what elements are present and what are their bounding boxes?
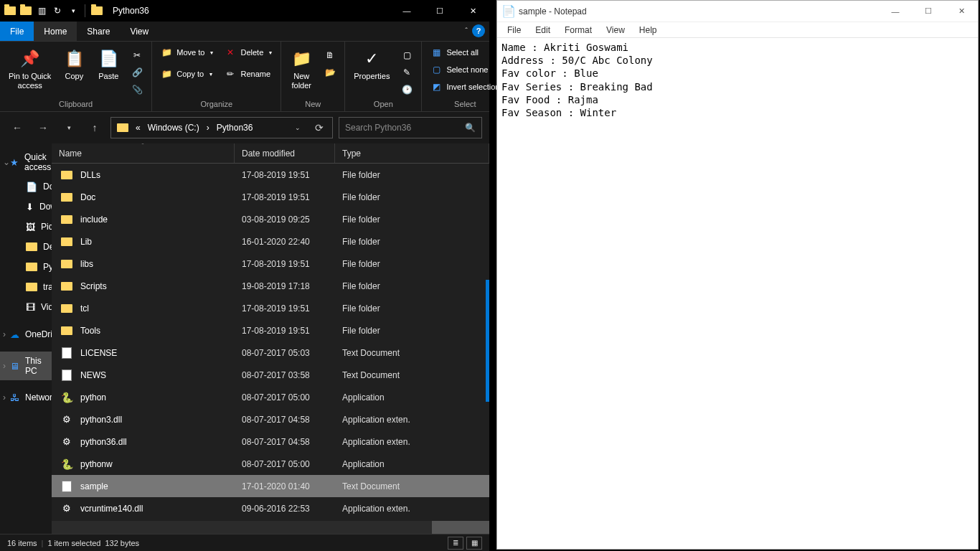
column-date[interactable]: Date modified bbox=[235, 143, 335, 163]
nav-item-python36[interactable]: Python36 bbox=[0, 257, 52, 277]
notepad-minimize-button[interactable]: — bbox=[879, 1, 912, 22]
search-input[interactable]: Search Python36 🔍 bbox=[339, 117, 482, 138]
file-row[interactable]: sample17-01-2020 01:40Text Document bbox=[52, 475, 489, 497]
copy-button[interactable]: 📋 Copy bbox=[58, 44, 90, 84]
edit-button[interactable]: ✎ bbox=[397, 65, 417, 80]
copy-path-button[interactable]: 🔗 bbox=[127, 65, 147, 80]
file-row[interactable]: Lib16-01-2020 22:40File folder bbox=[52, 230, 489, 253]
qat-properties-icon[interactable]: ▥ bbox=[34, 4, 49, 18]
qat-dropdown-icon[interactable]: ▾ bbox=[66, 4, 80, 18]
address-folder[interactable]: Python36 bbox=[214, 123, 256, 133]
rename-button[interactable]: ✏Rename bbox=[220, 66, 276, 82]
file-type: Text Document bbox=[335, 348, 489, 358]
help-icon[interactable]: ? bbox=[472, 24, 485, 37]
file-date: 08-07-2017 03:58 bbox=[235, 370, 335, 380]
file-row[interactable]: 🐍pythonw08-07-2017 05:00Application bbox=[52, 453, 489, 475]
copy-to-button[interactable]: 📁Copy to▾ bbox=[156, 66, 217, 82]
nav-item-downloads[interactable]: ⬇Downloads📌 bbox=[0, 197, 52, 217]
column-type[interactable]: Type bbox=[335, 143, 489, 163]
up-button[interactable]: ↑ bbox=[85, 118, 105, 138]
qat-undo-icon[interactable]: ↻ bbox=[50, 4, 65, 18]
file-row[interactable]: DLLs17-08-2019 19:51File folder bbox=[52, 164, 489, 186]
new-folder-button[interactable]: 📁 New folder bbox=[286, 44, 317, 93]
select-all-button[interactable]: ▦Select all bbox=[426, 44, 504, 60]
tab-home[interactable]: Home bbox=[34, 22, 77, 41]
file-row[interactable]: Tools17-08-2019 19:51File folder bbox=[52, 319, 489, 342]
cut-button[interactable]: ✂ bbox=[127, 47, 147, 63]
details-view-button[interactable]: ≣ bbox=[448, 537, 463, 550]
paste-button[interactable]: 📄 Paste bbox=[93, 44, 124, 84]
qat-folder-icon-2[interactable] bbox=[19, 4, 33, 18]
file-list[interactable]: DLLs17-08-2019 19:51File folderDoc17-08-… bbox=[52, 164, 489, 521]
notepad-menu-view[interactable]: View bbox=[599, 25, 632, 35]
notepad-close-button[interactable]: ✕ bbox=[945, 1, 978, 22]
file-row[interactable]: ⚙vcruntime140.dll09-06-2016 22:53Applica… bbox=[52, 497, 489, 519]
column-name[interactable]: ˆName bbox=[52, 143, 235, 163]
nav-onedrive[interactable]: ☁ OneDrive bbox=[0, 324, 52, 344]
file-row[interactable]: libs17-08-2019 19:51File folder bbox=[52, 253, 489, 275]
file-row[interactable]: ⚙python3.dll08-07-2017 04:58Application … bbox=[52, 408, 489, 430]
notepad-text-area[interactable]: Name : Akriti Goswami Address : 50/C Abc… bbox=[497, 38, 978, 549]
nav-item-icon: 🖼 bbox=[26, 221, 35, 232]
address-drive[interactable]: Windows (C:)› bbox=[145, 123, 212, 133]
file-name: DLLs bbox=[80, 170, 100, 180]
file-row[interactable]: tcl17-08-2019 19:51File folder bbox=[52, 297, 489, 319]
paste-shortcut-button[interactable]: 📎 bbox=[127, 82, 147, 98]
notepad-app-icon: 📄 bbox=[503, 6, 514, 17]
notepad-menu-edit[interactable]: Edit bbox=[528, 25, 557, 35]
nav-item-training[interactable]: training bbox=[0, 277, 52, 297]
file-row[interactable]: NEWS08-07-2017 03:58Text Document bbox=[52, 364, 489, 386]
address-dropdown-button[interactable]: ⌄ bbox=[288, 118, 308, 138]
refresh-button[interactable]: ⟳ bbox=[309, 118, 329, 138]
notepad-menu-file[interactable]: File bbox=[500, 25, 528, 35]
nav-item-documents[interactable]: 📄Documents📌 bbox=[0, 176, 52, 197]
tab-share[interactable]: Share bbox=[77, 22, 120, 41]
nav-quick-access[interactable]: ★ Quick access bbox=[0, 148, 52, 176]
back-button[interactable]: ← bbox=[7, 118, 27, 138]
file-row[interactable]: Scripts19-08-2019 17:18File folder bbox=[52, 275, 489, 297]
nav-item-icon: 🎞 bbox=[26, 301, 35, 313]
pc-icon: 🖥 bbox=[10, 360, 19, 372]
file-row[interactable]: ⚙python36.dll08-07-2017 04:58Application… bbox=[52, 430, 489, 453]
horizontal-scrollbar[interactable] bbox=[52, 521, 489, 534]
pin-quick-access-button[interactable]: 📌 Pin to Quick access bbox=[4, 44, 55, 93]
notepad-menu-format[interactable]: Format bbox=[557, 25, 599, 35]
thumbnails-view-button[interactable]: ▦ bbox=[466, 537, 482, 550]
tab-view[interactable]: View bbox=[120, 22, 159, 41]
nav-item-desktop[interactable]: Desktop bbox=[0, 237, 52, 257]
tab-file[interactable]: File bbox=[0, 22, 34, 41]
address-bar[interactable]: « Windows (C:)› Python36 ⌄ ⟳ bbox=[110, 117, 333, 138]
ribbon-tabs: File Home Share View ˆ ? bbox=[0, 22, 489, 42]
select-none-button[interactable]: ▢Select none bbox=[426, 62, 504, 77]
delete-button[interactable]: ✕Delete▾ bbox=[220, 44, 276, 60]
file-row[interactable]: LICENSE08-07-2017 05:03Text Document bbox=[52, 342, 489, 364]
nav-item-pictures[interactable]: 🖼Pictures📌 bbox=[0, 217, 52, 237]
file-row[interactable]: include03-08-2019 09:25File folder bbox=[52, 208, 489, 230]
recent-dropdown[interactable]: ▾ bbox=[59, 118, 79, 138]
nav-this-pc[interactable]: 🖥 This PC bbox=[0, 352, 52, 380]
open-button[interactable]: ▢ bbox=[397, 47, 417, 63]
nav-item-videos[interactable]: 🎞Videos bbox=[0, 297, 52, 317]
forward-button[interactable]: → bbox=[33, 118, 53, 138]
notepad-menu-help[interactable]: Help bbox=[632, 25, 664, 35]
qat-folder-icon[interactable] bbox=[3, 4, 17, 18]
file-date: 08-07-2017 05:03 bbox=[235, 348, 335, 358]
easy-access-button[interactable]: 📂 bbox=[320, 65, 340, 80]
explorer-titlebar[interactable]: ▥ ↻ ▾ Python36 — ☐ ✕ bbox=[0, 0, 489, 22]
file-row[interactable]: Doc17-08-2019 19:51File folder bbox=[52, 186, 489, 208]
notepad-maximize-button[interactable]: ☐ bbox=[912, 1, 945, 22]
maximize-button[interactable]: ☐ bbox=[423, 0, 456, 22]
nav-network[interactable]: 🖧 Network bbox=[0, 387, 52, 408]
history-button[interactable]: 🕑 bbox=[397, 82, 417, 98]
file-type: File folder bbox=[335, 303, 489, 314]
ribbon-collapse-icon[interactable]: ˆ bbox=[465, 27, 468, 35]
file-row[interactable]: 🐍python08-07-2017 05:00Application bbox=[52, 386, 489, 408]
close-button[interactable]: ✕ bbox=[456, 0, 489, 22]
new-item-button[interactable]: 🗎 bbox=[320, 47, 340, 63]
properties-button[interactable]: ✓ Properties bbox=[349, 44, 394, 84]
minimize-button[interactable]: — bbox=[390, 0, 423, 22]
address-root[interactable]: « bbox=[133, 123, 143, 133]
move-to-button[interactable]: 📁Move to▾ bbox=[156, 44, 217, 60]
notepad-titlebar[interactable]: 📄 sample - Notepad — ☐ ✕ bbox=[497, 1, 978, 22]
invert-selection-button[interactable]: ◩Invert selection bbox=[426, 79, 504, 95]
